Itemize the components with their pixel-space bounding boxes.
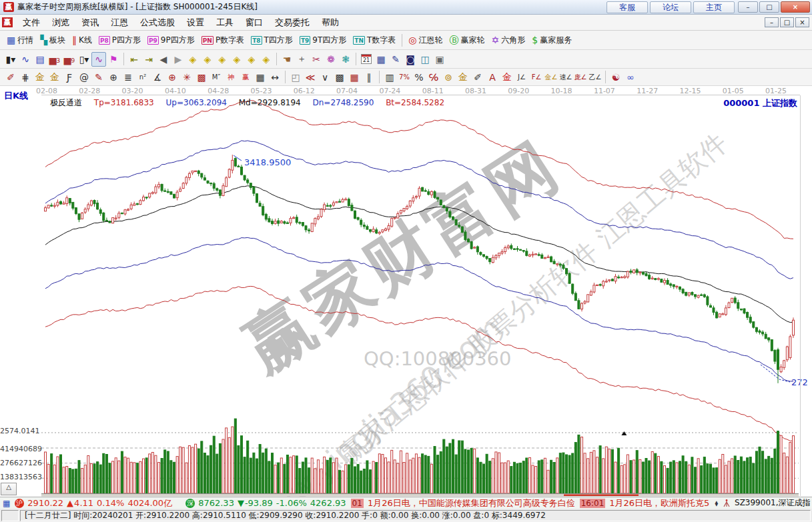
ticker-symbol[interactable]: SZ399001,深证成指 [735,497,810,509]
box-corner-icon[interactable]: ◰ [288,70,303,85]
gold-gauge-1-icon[interactable]: 金 [33,70,47,85]
mdi-minimize-button[interactable]: – [765,17,779,27]
gold-red-icon[interactable]: 金 [500,70,514,85]
pct-lines-icon[interactable]: ℅ [426,70,441,85]
save-disk-icon[interactable]: ◙ [403,52,418,67]
j-angle-icon[interactable]: J∠ [514,70,529,85]
p9-square-button[interactable]: P99P四方形 [144,32,198,48]
candle-dropdown-icon[interactable]: ▯▾ [77,52,91,67]
gann-target-icon[interactable]: ⊕ [165,70,179,85]
grid-red-icon[interactable]: ▦ [347,70,362,85]
gold-angle-icon[interactable]: 金∠ [544,70,558,85]
taichi-icon[interactable]: ☯ [608,70,623,85]
menu-item-5[interactable]: 设置 [181,15,210,31]
fine-ruler-icon[interactable]: ≣ [121,70,135,85]
pen-chart-icon[interactable]: ✎ [91,70,106,85]
pang-angle-icon[interactable]: 庞∠ [573,70,588,85]
speed-angle-icon[interactable]: 速∠ [558,70,573,85]
menu-item-8[interactable]: 交易委托 [269,15,316,31]
gann-grid-icon[interactable]: ▩ [194,70,209,85]
p-number-table-button[interactable]: PNP数字表 [198,32,248,48]
prev-arrow-icon[interactable]: ◀ [156,52,171,67]
scissors-tool-icon[interactable]: ✂ [309,52,324,67]
print-icon[interactable]: ▣ [432,52,447,67]
news-scroll-spinner[interactable]: ▲▼ [715,501,718,506]
m-wave-icon[interactable]: M″ [209,70,224,85]
span-arrows-icon[interactable]: ↔ [268,70,282,85]
bars-9-icon[interactable]: ▅₉ [62,52,77,67]
last-page-icon[interactable]: ⇥ [141,52,156,67]
pct-seven-icon[interactable]: 7% [397,70,412,85]
winner-wheel-button[interactable]: Ⓑ赢家轮 [446,32,488,48]
minimize-button[interactable]: – [738,1,758,13]
zigzag-selected-icon[interactable]: ∿ [91,52,106,67]
first-page-icon[interactable]: ⇤ [127,52,141,67]
shen-gauge-icon[interactable]: 神 [224,70,238,85]
diamond-cross-icon[interactable]: ◈ [244,52,259,67]
hexagon-button[interactable]: ✡六角形 [488,32,528,48]
ying-gauge-icon[interactable]: 赢 [238,70,253,85]
gann-star-icon[interactable]: ✳ [179,70,194,85]
report-form-icon[interactable]: ▤ [33,52,47,67]
notepad-icon[interactable]: ✎ [388,52,403,67]
calendar-icon[interactable]: 21 [359,52,374,67]
grid-123-icon[interactable]: ▦ [253,70,268,85]
percent-icon[interactable]: % [412,70,426,85]
export-image-icon[interactable]: ◫ [418,52,432,67]
f-angle-icon[interactable]: F∠ [529,70,544,85]
hatch-ruler-icon[interactable]: ⋕ [18,70,33,85]
diamond-right-icon[interactable]: ◈ [200,52,215,67]
fan-lines-icon[interactable]: ≪ [303,70,318,85]
yi-angle-icon[interactable]: 乙∠ [588,70,602,85]
t9-square-button[interactable]: T99T四方形 [296,32,350,48]
diamond-h-icon[interactable]: ◈ [215,52,230,67]
menu-item-0[interactable]: 文件 [17,15,46,31]
news1-text[interactable]: 1月26日电，中国能源传媒集团有限公司高级专务白俭 [368,497,575,509]
menu-item-9[interactable]: 帮助 [316,15,345,31]
color-flag-chart-icon[interactable]: ⚑ [106,52,121,67]
level-scale-icon[interactable]: ▥ [382,70,397,85]
f-gauge-icon[interactable]: Ƒ [62,70,77,85]
homepage-button[interactable]: 主页 [693,1,735,13]
crosshair-tool-icon[interactable]: ＋ [294,52,309,67]
angle-mirror-icon[interactable]: ∡ [150,70,165,85]
calculator-icon[interactable]: ▦ [374,52,388,67]
n-squared-icon[interactable]: n² [135,70,150,85]
wave-window-icon[interactable]: ∿ [18,52,33,67]
menu-item-4[interactable]: 公式选股 [134,15,181,31]
cycle-circle-icon[interactable]: ⊕ [106,70,121,85]
menu-item-2[interactable]: 资讯 [75,15,105,31]
v-lines-icon[interactable]: ∨ [318,70,332,85]
gold-lines-icon[interactable]: 金 [456,70,470,85]
kline-chart[interactable]: 3418.9500272 [0,86,812,497]
gold-gauge-2-icon[interactable]: 金 [47,70,62,85]
maximize-button[interactable]: □ [759,1,779,13]
gold-circle-icon[interactable]: ⊚ [441,70,456,85]
next-arrow-icon[interactable]: ▶ [171,52,185,67]
menu-item-6[interactable]: 工具 [210,15,240,31]
forum-button[interactable]: 论坛 [650,1,691,13]
magic-tool-icon[interactable]: ❁ [324,52,338,67]
pattern-tool-icon[interactable]: ❃ [338,52,353,67]
slant-lines-icon[interactable]: ∥ [362,70,376,85]
infinity-icon[interactable]: ∞ [623,70,638,85]
candle-style-dropdown-icon[interactable]: ▮▾ [3,52,18,67]
p-square-button[interactable]: P8P四方形 [95,32,144,48]
close-button[interactable]: × [781,1,810,13]
grid-dark-icon[interactable]: ▩ [332,70,347,85]
bars-3-icon[interactable]: ▅₃ [47,52,62,67]
winner-service-button[interactable]: $赢家服务 [528,32,575,48]
kline-button[interactable]: ∥K线 [69,32,95,48]
sectors-button[interactable]: ▚板块 [37,32,69,48]
period-strip[interactable] [41,494,799,497]
a-channel-icon[interactable]: A [485,70,500,85]
customer-service-button[interactable]: 客服 [606,1,648,13]
gann-wheel-button[interactable]: ◎江恩轮 [405,32,446,48]
t-number-table-button[interactable]: TNT数字表 [350,32,399,48]
quotes-button[interactable]: ▦行情 [3,32,37,48]
diamond-v-icon[interactable]: ◈ [230,52,244,67]
menu-item-1[interactable]: 浏览 [46,15,75,31]
hand-tool-icon[interactable]: ☚ [280,52,294,67]
menu-item-7[interactable]: 窗口 [240,15,269,31]
expand-pane-button[interactable]: △ [1,483,17,495]
